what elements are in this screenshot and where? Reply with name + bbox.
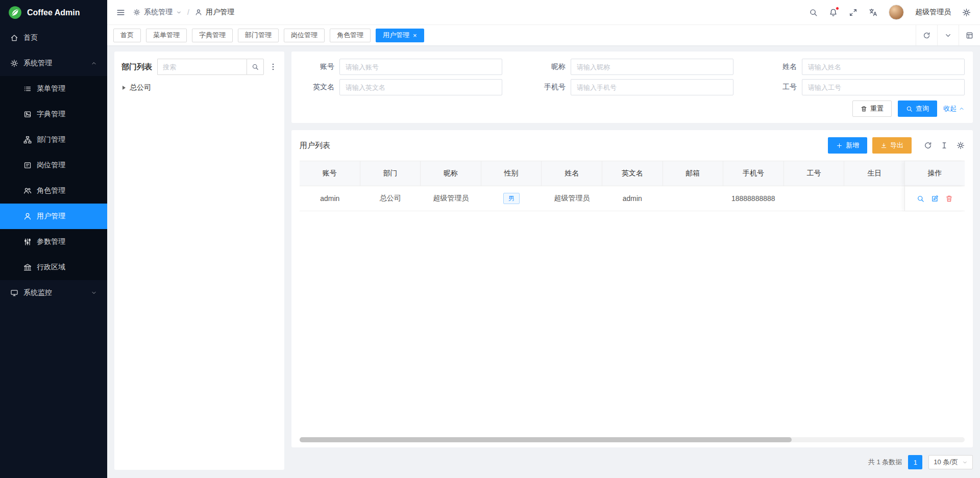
username-label[interactable]: 超级管理员 [915,8,951,17]
chevron-down-icon[interactable] [176,10,182,15]
sidebar-item-region-management[interactable]: 行政区域 [0,255,107,280]
horizontal-scrollbar-thumb[interactable] [300,437,792,442]
tab-close-icon[interactable]: × [413,32,417,39]
sidebar-item-dept-management[interactable]: 部门管理 [0,127,107,153]
view-detail-icon[interactable] [917,195,924,203]
tab-dept-management[interactable]: 部门管理 [238,29,279,42]
col-nickname: 昵称 [420,161,481,186]
user-list-header: 用户列表 新增 导出 [300,137,965,154]
search-icon[interactable] [809,8,818,17]
settings-gear-icon[interactable] [962,8,971,17]
phone-input[interactable] [571,79,733,95]
sidebar-item-label: 用户管理 [37,212,65,221]
breadcrumb-item-current: 用户管理 [206,8,234,17]
table-header-row: 账号 部门 昵称 性别 姓名 英文名 邮箱 手机号 工号 生日 操作 [300,161,965,186]
col-account: 账号 [300,161,360,186]
page-size-select[interactable]: 10 条/页 [928,455,973,469]
sidebar-item-param-management[interactable]: 参数管理 [0,229,107,255]
page-number-button[interactable]: 1 [908,455,922,469]
sidebar-item-label: 参数管理 [37,237,65,246]
trash-icon [861,106,867,112]
work-no-input[interactable] [802,79,965,95]
add-user-button[interactable]: 新增 [828,137,867,154]
sidebar-item-user-management[interactable]: 用户管理 [0,204,107,229]
field-name: 姓名 [762,59,965,75]
people-icon [23,187,32,195]
tab-controls [916,25,980,45]
refresh-icon[interactable] [924,141,932,149]
field-work-no: 工号 [762,79,965,95]
tab-menu-management[interactable]: 菜单管理 [146,29,187,42]
table-row: admin 总公司 超级管理员 男 超级管理员 admin 1888888888… [300,186,965,211]
chevron-down-icon [91,290,97,296]
english-name-input[interactable] [339,79,502,95]
cell-email [663,186,723,211]
edit-icon[interactable] [931,195,939,203]
export-button[interactable]: 导出 [872,137,912,154]
nickname-input[interactable] [571,59,733,75]
column-settings-gear-icon[interactable] [957,141,965,149]
tab-user-management[interactable]: 用户管理 × [376,29,424,42]
sidebar-item-label: 菜单管理 [37,84,65,93]
field-label: 姓名 [762,62,802,71]
collapse-form-link[interactable]: 收起 [943,104,965,113]
fullscreen-icon[interactable] [849,8,857,17]
field-label: 账号 [300,62,339,71]
layout-icon[interactable] [959,25,980,45]
system-submenu: 菜单管理 字典管理 部门管理 岗位管理 角色管理 [0,76,107,280]
delete-icon[interactable] [945,195,953,203]
tab-menu-chevron-icon[interactable] [937,25,959,45]
tab-dict-management[interactable]: 字典管理 [192,29,233,42]
tab-post-management[interactable]: 岗位管理 [284,29,325,42]
sidebar-item-dict-management[interactable]: 字典管理 [0,102,107,127]
sidebar: Coffee Admin 首页 系统管理 菜单管理 字典管理 [0,0,107,478]
translate-icon[interactable] [869,8,877,17]
cell-phone: 18888888888 [723,186,784,211]
sliders-icon [23,238,32,246]
search-icon [252,63,259,70]
sidebar-item-system-management[interactable]: 系统管理 [0,51,107,76]
sidebar-menu: 首页 系统管理 菜单管理 字典管理 部门管理 [0,25,107,478]
total-count-label: 共 1 条数据 [868,458,902,467]
department-search-input[interactable] [157,59,247,75]
reset-button[interactable]: 重置 [852,100,892,117]
tab-home[interactable]: 首页 [113,29,141,42]
field-phone: 手机号 [531,79,733,95]
form-actions: 重置 查询 收起 [300,100,965,117]
row-height-icon[interactable] [940,141,948,149]
col-name: 姓名 [541,161,602,186]
department-search-button[interactable] [247,59,264,75]
table-empty-space [300,211,965,433]
account-input[interactable] [339,59,502,75]
sidebar-item-menu-management[interactable]: 菜单管理 [0,76,107,102]
col-english-name: 英文名 [602,161,663,186]
col-actions: 操作 [904,161,965,186]
user-icon [23,212,32,220]
tree-node-head-office[interactable]: 总公司 [121,82,277,93]
horizontal-scrollbar-track[interactable] [300,437,965,442]
sidebar-item-role-management[interactable]: 角色管理 [0,178,107,204]
sidebar-item-home[interactable]: 首页 [0,25,107,51]
search-form: 账号 昵称 姓名 英文名 [300,59,965,95]
name-input[interactable] [802,59,965,75]
sidebar-collapse-icon[interactable] [116,8,125,17]
field-account: 账号 [300,59,502,75]
tab-role-management[interactable]: 角色管理 [330,29,371,42]
home-icon [10,34,18,42]
breadcrumb-item-system[interactable]: 系统管理 [144,8,173,17]
search-button[interactable]: 查询 [898,100,937,117]
sidebar-item-label: 系统监控 [23,288,52,297]
gear-icon [10,59,18,67]
chevron-up-icon [91,60,97,66]
org-tree-icon [23,136,32,144]
sidebar-item-post-management[interactable]: 岗位管理 [0,153,107,178]
refresh-icon[interactable] [916,25,937,45]
list-icon [23,85,32,93]
tree-expand-caret-icon[interactable] [122,86,126,90]
cell-actions [904,186,965,211]
top-header: 系统管理 / 用户管理 超级管理员 [107,0,980,25]
sidebar-item-system-monitor[interactable]: 系统监控 [0,280,107,306]
user-avatar[interactable] [889,5,904,20]
notification-bell-icon[interactable] [829,8,838,17]
more-options-icon[interactable] [269,63,277,71]
